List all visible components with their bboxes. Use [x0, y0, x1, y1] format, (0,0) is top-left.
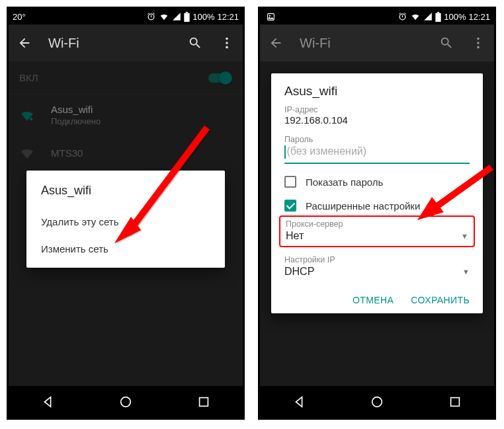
back-icon[interactable] — [268, 35, 284, 51]
ip-label: IP-адрес — [284, 105, 470, 114]
cancel-button[interactable]: ОТМЕНА — [353, 295, 394, 305]
search-icon[interactable] — [187, 35, 203, 51]
svg-rect-0 — [185, 13, 190, 21]
svg-rect-12 — [436, 13, 441, 21]
content-left: ВКЛ Asus_wifi Подключено MTS30 — [9, 61, 243, 386]
app-bar: Wi-Fi — [9, 24, 243, 61]
svg-point-4 — [226, 46, 228, 49]
proxy-highlight: Прокси-сервер Нет ▼ — [279, 215, 475, 247]
dialog-title: Asus_wifi — [41, 184, 210, 198]
nav-home-icon[interactable] — [118, 395, 133, 409]
save-button[interactable]: СОХРАНИТЬ — [411, 295, 470, 305]
nav-back-icon[interactable] — [40, 395, 55, 409]
clock: 12:21 — [217, 12, 239, 22]
modify-network-option[interactable]: Изменить сеть — [41, 235, 210, 262]
proxy-select[interactable]: Прокси-сервер Нет ▼ — [286, 219, 468, 245]
svg-rect-13 — [437, 12, 439, 13]
proxy-value: Нет — [286, 230, 304, 242]
nav-back-icon[interactable] — [292, 395, 306, 409]
battery-pct: 100% — [444, 12, 466, 22]
appbar-title: Wi-Fi — [48, 36, 171, 51]
svg-point-14 — [477, 38, 480, 40]
password-placeholder: (без изменений) — [287, 145, 367, 157]
temperature: 20° — [13, 12, 26, 22]
proxy-label: Прокси-сервер — [286, 219, 468, 229]
wifi-signal-icon — [410, 12, 421, 21]
dialog-overlay[interactable]: Asus_wifi Удалить эту сеть Изменить сеть — [9, 61, 243, 386]
clock: 12:21 — [468, 12, 490, 22]
app-bar: Wi-Fi — [260, 24, 494, 61]
ip-value: 192.168.0.104 — [284, 114, 470, 126]
phone-left: 20° 100% 12:21 Wi-Fi — [7, 7, 245, 420]
svg-point-2 — [226, 38, 228, 40]
svg-point-3 — [226, 42, 228, 44]
appbar-title: Wi-Fi — [300, 36, 423, 51]
status-bar: 20° 100% 12:21 — [9, 9, 243, 24]
advanced-label: Расширенные настройки — [306, 200, 420, 212]
dialog-overlay[interactable]: Asus_wifi IP-адрес 192.168.0.104 Пароль … — [260, 61, 494, 386]
nav-recent-icon[interactable] — [448, 395, 462, 409]
checkbox-unchecked-icon — [284, 176, 296, 188]
status-bar: 100% 12:21 — [260, 9, 494, 24]
svg-rect-1 — [186, 12, 188, 13]
show-password-label: Показать пароль — [306, 176, 383, 188]
checkbox-checked-icon — [284, 200, 296, 212]
chevron-down-icon: ▼ — [462, 268, 470, 276]
nav-recent-icon[interactable] — [196, 395, 211, 409]
battery-icon — [435, 12, 441, 22]
screenshot-icon — [267, 13, 275, 21]
cell-signal-icon — [172, 12, 181, 21]
advanced-row[interactable]: Расширенные настройки — [284, 200, 470, 212]
svg-point-8 — [121, 397, 131, 407]
show-password-row[interactable]: Показать пароль — [284, 176, 470, 188]
password-input[interactable]: (без изменений) — [284, 145, 470, 164]
password-label: Пароль — [284, 135, 470, 144]
chevron-down-icon: ▼ — [461, 232, 468, 240]
nav-bar — [260, 386, 494, 418]
svg-point-16 — [477, 46, 480, 49]
cell-signal-icon — [423, 12, 433, 21]
nav-bar — [9, 386, 243, 418]
svg-rect-9 — [200, 398, 208, 407]
more-icon[interactable] — [219, 35, 235, 51]
ip-settings-value: DHCP — [284, 266, 314, 278]
network-edit-dialog: Asus_wifi IP-адрес 192.168.0.104 Пароль … — [271, 73, 483, 313]
content-right: Asus_wifi IP-адрес 192.168.0.104 Пароль … — [260, 61, 494, 386]
dialog-title: Asus_wifi — [284, 84, 470, 98]
more-icon[interactable] — [470, 35, 486, 51]
ip-settings-label: Настройки IP — [284, 255, 470, 264]
svg-point-15 — [477, 42, 480, 44]
battery-icon — [184, 12, 190, 22]
nav-home-icon[interactable] — [370, 395, 384, 409]
forget-network-option[interactable]: Удалить эту сеть — [41, 208, 210, 235]
battery-pct: 100% — [192, 12, 214, 22]
phone-right: 100% 12:21 Wi-Fi Asus_wifi IP-адрес 192.… — [258, 7, 496, 420]
alarm-icon — [146, 12, 156, 22]
dialog-actions: ОТМЕНА СОХРАНИТЬ — [284, 291, 470, 309]
search-icon[interactable] — [439, 35, 454, 51]
wifi-signal-icon — [159, 12, 169, 21]
ip-settings-select[interactable]: Настройки IP DHCP ▼ — [284, 255, 470, 280]
svg-point-11 — [269, 15, 271, 16]
svg-rect-20 — [451, 398, 460, 407]
svg-point-19 — [372, 397, 382, 407]
alarm-icon — [398, 12, 407, 22]
back-icon[interactable] — [17, 35, 32, 51]
context-dialog: Asus_wifi Удалить эту сеть Изменить сеть — [26, 171, 225, 268]
